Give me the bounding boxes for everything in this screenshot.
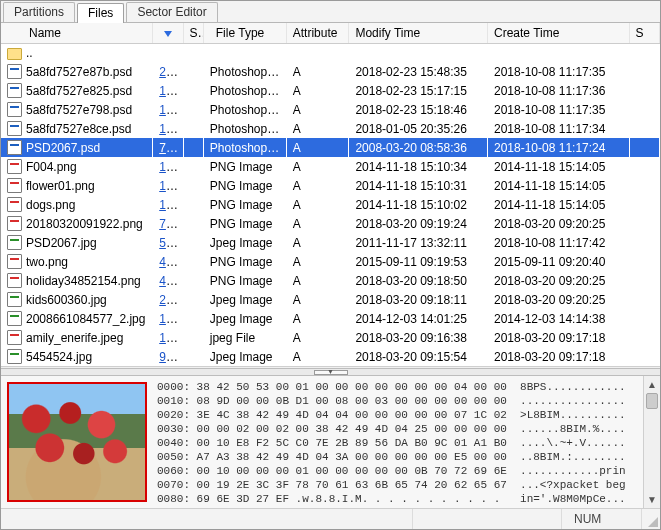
jpg-file-icon xyxy=(7,292,22,307)
table-row[interactable]: 20180320091922.png710.PNG ImageA2018-03-… xyxy=(1,214,660,233)
png-file-icon xyxy=(7,197,22,212)
file-mtime: 2018-03-20 09:16:38 xyxy=(349,328,488,347)
col-size-short[interactable]: S xyxy=(629,23,659,44)
file-name: 5a8fd7527e798.psd xyxy=(26,103,132,117)
table-row[interactable]: dogs.png1.2MBPNG ImageA2014-11-18 15:10:… xyxy=(1,195,660,214)
table-row[interactable]: 5a8fd7527e8ce.psd133.Photoshop ...A2018-… xyxy=(1,119,660,138)
col-sort[interactable] xyxy=(153,23,183,44)
table-row[interactable]: 5454524.jpg93.7KBJpeg ImageA2018-03-20 0… xyxy=(1,347,660,366)
table-row[interactable]: amily_enerife.jpeg100.jpeg FileA2018-03-… xyxy=(1,328,660,347)
table-row[interactable]: 5a8fd7527e87b.psd274.Photoshop ...A2018-… xyxy=(1,62,660,81)
parent-dir-row[interactable]: .. xyxy=(1,44,660,63)
png-file-icon xyxy=(7,273,22,288)
psd-file-icon xyxy=(7,83,22,98)
tab-files[interactable]: Files xyxy=(77,3,124,23)
table-row[interactable]: 5a8fd7527e825.psd138.Photoshop ...A2018-… xyxy=(1,81,660,100)
col-modify-time[interactable]: Modify Time xyxy=(349,23,488,44)
tab-sector-editor[interactable]: Sector Editor xyxy=(126,2,217,22)
preview-vscrollbar[interactable]: ▲ ▼ xyxy=(643,376,660,508)
table-row[interactable]: kids600360.jpg237.Jpeg ImageA2018-03-20 … xyxy=(1,290,660,309)
file-status xyxy=(183,347,203,366)
file-mtime: 2018-03-20 09:18:11 xyxy=(349,290,488,309)
file-mtime: 2018-03-20 09:19:24 xyxy=(349,214,488,233)
file-status xyxy=(183,138,203,157)
file-name: 5a8fd7527e825.psd xyxy=(26,84,132,98)
file-type: Photoshop ... xyxy=(203,119,286,138)
splitter[interactable]: ▼ xyxy=(1,368,660,376)
file-attribute: A xyxy=(286,119,349,138)
table-row[interactable]: PSD2067.psd75.3MBPhotoshop ...A2008-03-2… xyxy=(1,138,660,157)
file-status xyxy=(183,328,203,347)
file-type: Jpeg Image xyxy=(203,233,286,252)
file-ctime: 2018-10-08 11:17:34 xyxy=(488,119,630,138)
file-status xyxy=(183,290,203,309)
table-row[interactable]: 2008661084577_2.jpg140.Jpeg ImageA2014-1… xyxy=(1,309,660,328)
file-attribute: A xyxy=(286,176,349,195)
psd-file-icon xyxy=(7,140,22,155)
file-type: PNG Image xyxy=(203,157,286,176)
table-row[interactable]: PSD2067.jpg567.Jpeg ImageA2011-11-17 13:… xyxy=(1,233,660,252)
file-attribute: A xyxy=(286,309,349,328)
hex-view[interactable]: 0000: 38 42 50 53 00 01 00 00 00 00 00 0… xyxy=(153,376,643,508)
table-row[interactable]: two.png484.PNG ImageA2015-09-11 09:19:53… xyxy=(1,252,660,271)
col-create-time[interactable]: Create Time xyxy=(488,23,630,44)
png-file-icon xyxy=(7,216,22,231)
table-row[interactable]: holiday34852154.png430.PNG ImageA2018-03… xyxy=(1,271,660,290)
resize-grip-icon[interactable] xyxy=(642,509,660,529)
file-size: 567. xyxy=(159,236,182,250)
vscroll-down-icon[interactable]: ▼ xyxy=(644,491,660,508)
psd-file-icon xyxy=(7,121,22,136)
file-ctime: 2018-10-08 11:17:35 xyxy=(488,100,630,119)
file-ctime: 2018-10-08 11:17:36 xyxy=(488,81,630,100)
psd-file-icon xyxy=(7,64,22,79)
file-type: PNG Image xyxy=(203,176,286,195)
file-type: Photoshop ... xyxy=(203,62,286,81)
file-name: flower01.png xyxy=(26,179,95,193)
table-row[interactable]: flower01.png1.3MBPNG ImageA2014-11-18 15… xyxy=(1,176,660,195)
table-row[interactable]: F004.png1.6MBPNG ImageA2014-11-18 15:10:… xyxy=(1,157,660,176)
file-size: 133. xyxy=(159,122,182,136)
file-status xyxy=(183,100,203,119)
file-type: PNG Image xyxy=(203,214,286,233)
file-type: PNG Image xyxy=(203,252,286,271)
file-name: holiday34852154.png xyxy=(26,274,141,288)
parent-dir-label: .. xyxy=(26,46,33,60)
col-status[interactable]: S xyxy=(183,23,203,44)
file-attribute: A xyxy=(286,195,349,214)
file-attribute: A xyxy=(286,214,349,233)
file-ctime: 2018-03-20 09:17:18 xyxy=(488,347,630,366)
file-ctime: 2018-03-20 09:20:25 xyxy=(488,271,630,290)
splitter-grip-icon: ▼ xyxy=(314,370,348,375)
thumbnail-image xyxy=(7,382,147,502)
col-attribute[interactable]: Attribute xyxy=(286,23,349,44)
tab-partitions[interactable]: Partitions xyxy=(3,2,75,22)
file-status xyxy=(183,119,203,138)
file-name: 5a8fd7527e87b.psd xyxy=(26,65,132,79)
file-size: 1.6MB xyxy=(159,160,183,174)
file-size: 1.3MB xyxy=(159,179,183,193)
file-status xyxy=(183,309,203,328)
folder-up-icon xyxy=(7,48,22,60)
vscroll-up-icon[interactable]: ▲ xyxy=(644,376,660,393)
psd-file-icon xyxy=(7,102,22,117)
file-mtime: 2014-11-18 15:10:02 xyxy=(349,195,488,214)
file-attribute: A xyxy=(286,157,349,176)
file-mtime: 2018-02-23 15:17:15 xyxy=(349,81,488,100)
file-mtime: 2018-02-23 15:48:35 xyxy=(349,62,488,81)
file-ctime: 2018-10-08 11:17:42 xyxy=(488,233,630,252)
jpg-file-icon xyxy=(7,235,22,250)
file-size: 237. xyxy=(159,293,182,307)
file-mtime: 2015-09-11 09:19:53 xyxy=(349,252,488,271)
file-status xyxy=(183,157,203,176)
file-mtime: 2014-11-18 15:10:31 xyxy=(349,176,488,195)
table-row[interactable]: 5a8fd7527e798.psd136.Photoshop ...A2018-… xyxy=(1,100,660,119)
file-size: 1.2MB xyxy=(159,198,183,212)
vscroll-thumb[interactable] xyxy=(646,393,658,409)
file-ctime: 2014-12-03 14:14:38 xyxy=(488,309,630,328)
col-file-type[interactable]: File Type xyxy=(203,23,286,44)
file-mtime: 2018-02-23 15:18:46 xyxy=(349,100,488,119)
file-mtime: 2008-03-20 08:58:36 xyxy=(349,138,488,157)
file-mtime: 2018-03-20 09:18:50 xyxy=(349,271,488,290)
col-name[interactable]: Name xyxy=(1,23,153,44)
file-status xyxy=(183,233,203,252)
